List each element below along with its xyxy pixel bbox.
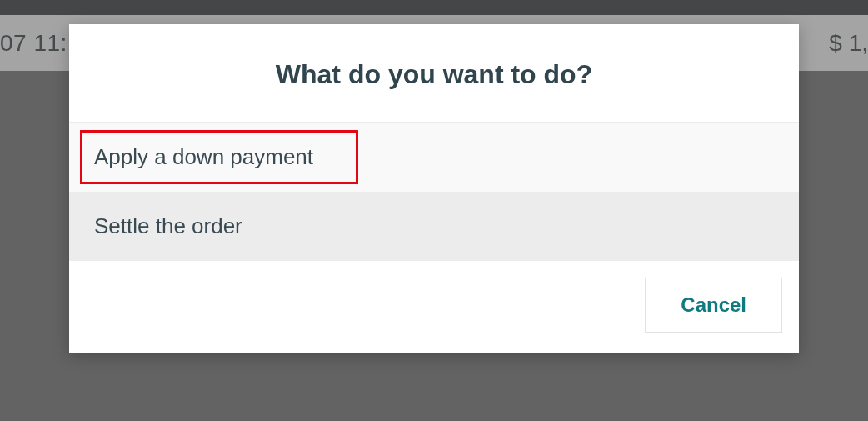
option-list: Apply a down payment Settle the order <box>69 123 799 261</box>
cancel-button[interactable]: Cancel <box>645 278 782 333</box>
modal-title: What do you want to do? <box>86 59 782 90</box>
modal-header: What do you want to do? <box>69 24 799 123</box>
option-label: Settle the order <box>94 213 242 238</box>
action-modal: What do you want to do? Apply a down pay… <box>69 24 799 353</box>
option-label: Apply a down payment <box>94 144 313 169</box>
modal-footer: Cancel <box>69 261 799 353</box>
option-apply-down-payment[interactable]: Apply a down payment <box>69 123 799 192</box>
option-settle-order[interactable]: Settle the order <box>69 192 799 261</box>
